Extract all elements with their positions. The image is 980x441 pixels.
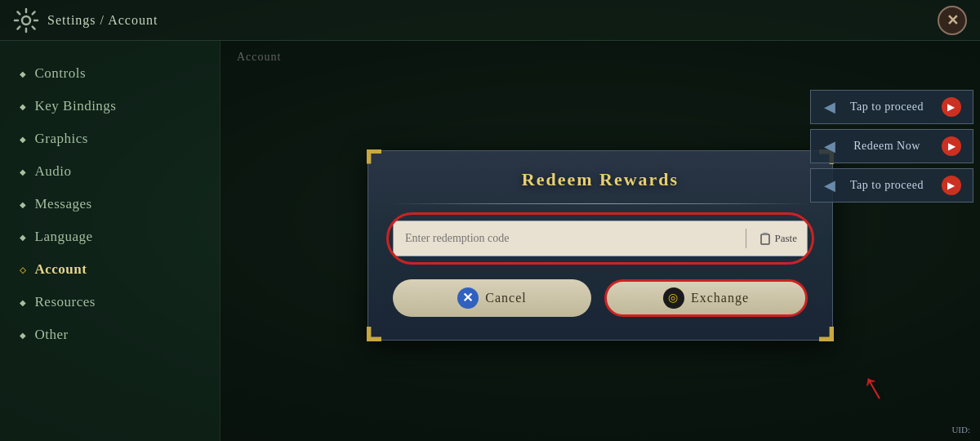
side-btn-text-2: Redeem Now — [853, 140, 920, 153]
bullet-audio: ◆ — [20, 167, 27, 176]
dialog-title: Redeem Rewards — [368, 151, 832, 203]
main-content: ◆ Controls ◆ Key Bindings ◆ Graphics ◆ A… — [0, 41, 980, 441]
sidebar-item-other[interactable]: ◆ Other — [0, 318, 220, 351]
svg-point-0 — [22, 16, 30, 24]
sidebar-label-resources: Resources — [35, 294, 96, 310]
cancel-label: Cancel — [485, 291, 526, 305]
sidebar-label-controls: Controls — [35, 65, 87, 82]
sidebar-item-resources[interactable]: ◆ Resources — [0, 286, 220, 318]
redeem-dialog: Redeem Rewards — [368, 150, 833, 341]
settings-panel: Settings / Account ✕ ◆ Controls ◆ Key Bi… — [0, 0, 980, 441]
side-btn-arrow-1: ▶ — [942, 97, 961, 117]
header-title: Settings / Account — [47, 13, 158, 28]
svg-rect-1 — [761, 234, 769, 244]
side-btn-arrow-2: ▶ — [942, 136, 961, 156]
sidebar-label-key-bindings: Key Bindings — [35, 98, 117, 114]
input-divider — [746, 229, 746, 248]
gear-icon — [13, 7, 39, 33]
side-btn-left-arrow-3: ◀ — [824, 176, 835, 194]
exchange-label: Exchange — [691, 291, 749, 305]
bullet-graphics: ◆ — [20, 135, 27, 144]
bullet-language: ◆ — [20, 233, 27, 242]
exchange-icon: ◎ — [663, 287, 684, 309]
sidebar-label-language: Language — [35, 229, 93, 245]
side-button-tap-to-proceed-2[interactable]: ◀ Tap to proceed ▶ — [810, 168, 973, 203]
sidebar-label-messages: Messages — [35, 196, 92, 212]
sidebar-label-other: Other — [35, 327, 69, 343]
sidebar-item-graphics[interactable]: ◆ Graphics — [0, 122, 220, 155]
side-btn-arrow-3: ▶ — [942, 176, 961, 195]
bullet-controls: ◆ — [20, 69, 27, 78]
bullet-key-bindings: ◆ — [20, 102, 27, 111]
bullet-account: ◇ — [20, 265, 27, 274]
side-btn-text-3: Tap to proceed — [850, 179, 924, 192]
input-wrapper: Paste — [393, 220, 808, 256]
side-btn-left-arrow-2: ◀ — [824, 137, 835, 155]
cancel-icon: ✕ — [457, 287, 479, 309]
exchange-button[interactable]: ◎ Exchange — [604, 279, 808, 317]
header-bar: Settings / Account ✕ — [0, 0, 980, 41]
side-button-redeem-now[interactable]: ◀ Redeem Now ▶ — [810, 129, 973, 163]
corner-bl — [367, 327, 381, 341]
redemption-code-input[interactable] — [394, 232, 742, 245]
sidebar-item-language[interactable]: ◆ Language — [0, 220, 220, 253]
sidebar-label-audio: Audio — [35, 163, 72, 180]
sidebar-item-account[interactable]: ◇ Account — [0, 253, 220, 286]
close-button[interactable]: ✕ — [938, 6, 967, 35]
buttons-row: ✕ Cancel ◎ Exchange — [368, 279, 832, 317]
cancel-button[interactable]: ✕ Cancel — [393, 279, 591, 317]
paste-button[interactable]: Paste — [750, 232, 807, 245]
sidebar-item-controls[interactable]: ◆ Controls — [0, 57, 220, 90]
input-container: Paste — [393, 220, 808, 256]
right-panel: Account Redeem Rewards — [220, 41, 980, 441]
sidebar-item-audio[interactable]: ◆ Audio — [0, 155, 220, 188]
paste-icon — [760, 232, 771, 245]
bullet-messages: ◆ — [20, 200, 27, 209]
sidebar-item-messages[interactable]: ◆ Messages — [0, 188, 220, 220]
sidebar-item-key-bindings[interactable]: ◆ Key Bindings — [0, 90, 220, 122]
sidebar: ◆ Controls ◆ Key Bindings ◆ Graphics ◆ A… — [0, 41, 220, 441]
uid-label: UID: — [951, 425, 970, 434]
bullet-resources: ◆ — [20, 298, 27, 307]
side-btn-left-arrow-1: ◀ — [824, 98, 835, 116]
sidebar-label-graphics: Graphics — [35, 131, 88, 147]
bullet-other: ◆ — [20, 331, 27, 340]
side-button-tap-to-proceed-1[interactable]: ◀ Tap to proceed ▶ — [810, 90, 973, 124]
corner-br — [819, 327, 834, 341]
divider-line — [391, 203, 808, 204]
svg-rect-2 — [763, 233, 768, 235]
sidebar-label-account: Account — [35, 261, 87, 278]
paste-label: Paste — [775, 232, 797, 245]
side-buttons: ◀ Tap to proceed ▶ ◀ Redeem Now ▶ ◀ Tap … — [810, 90, 980, 203]
side-btn-text-1: Tap to proceed — [850, 100, 924, 114]
